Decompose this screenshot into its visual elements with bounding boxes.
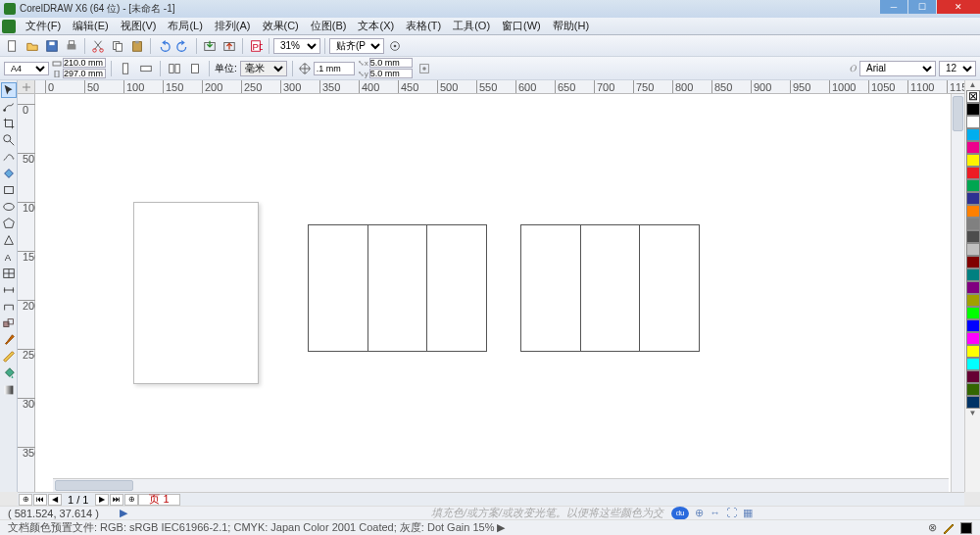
color-swatch[interactable] [966, 243, 980, 256]
all-pages-button[interactable] [166, 60, 183, 77]
dock-icon-1[interactable]: ⊕ [695, 507, 704, 519]
dimension-tool[interactable] [1, 282, 17, 298]
page-tab[interactable]: 页 1 [138, 494, 179, 506]
basic-shapes-tool[interactable] [1, 232, 17, 248]
nudge-input[interactable] [314, 62, 355, 75]
options-icon[interactable] [416, 60, 433, 77]
orientation-landscape-button[interactable] [137, 60, 155, 77]
redo-button[interactable] [174, 37, 192, 55]
canvas-area[interactable]: 0501001502002503003504004505005506006507… [18, 80, 964, 492]
ruler-origin[interactable] [18, 80, 35, 94]
table-object-2[interactable] [520, 224, 700, 352]
dup-y-input[interactable] [369, 69, 413, 78]
menu-text[interactable]: 文本(X) [352, 19, 400, 33]
ruler-horizontal[interactable]: 0501001502002503003504004505005506006507… [35, 80, 964, 94]
snap-dropdown[interactable]: 贴齐(P) [329, 38, 384, 54]
h-scroll-thumb[interactable] [55, 480, 133, 491]
fill-tool[interactable] [1, 365, 17, 381]
rectangle-tool[interactable] [1, 182, 17, 198]
menu-effects[interactable]: 效果(C) [257, 19, 305, 33]
color-swatch[interactable] [966, 370, 980, 383]
options-button[interactable] [386, 37, 404, 55]
ellipse-tool[interactable] [1, 199, 17, 215]
fill-indicator[interactable] [960, 522, 972, 534]
export-button[interactable] [220, 37, 238, 55]
smart-fill-tool[interactable] [1, 166, 17, 181]
cut-button[interactable] [89, 37, 107, 55]
horizontal-scrollbar[interactable] [53, 478, 949, 492]
unit-select[interactable]: 毫米 [240, 61, 287, 76]
freehand-tool[interactable] [1, 149, 17, 165]
drawing-page[interactable] [133, 202, 259, 384]
font-size-select[interactable]: 12 pt [939, 61, 976, 76]
table-1-cell-3[interactable] [427, 225, 486, 351]
table-tool[interactable] [1, 266, 17, 281]
first-page-button[interactable]: ⏮ [33, 494, 47, 506]
color-swatch[interactable] [966, 128, 980, 141]
orientation-portrait-button[interactable] [117, 60, 134, 77]
text-tool[interactable]: A [1, 249, 17, 265]
last-page-button[interactable]: ⏭ [110, 494, 123, 506]
add-page-button[interactable]: ⊕ [19, 494, 32, 506]
no-fill-icon[interactable]: ⊗ [928, 521, 937, 534]
menu-help[interactable]: 帮助(H) [547, 19, 595, 33]
vertical-scrollbar[interactable] [951, 94, 964, 492]
menu-bitmap[interactable]: 位图(B) [305, 19, 353, 33]
print-button[interactable] [63, 37, 80, 55]
color-swatch[interactable] [966, 268, 980, 281]
v-scroll-thumb[interactable] [953, 96, 963, 131]
nav-forward-icon[interactable]: ▶ [120, 507, 127, 519]
baidu-icon[interactable]: du [671, 507, 689, 520]
interactive-fill-tool[interactable] [1, 382, 17, 398]
save-button[interactable] [43, 37, 61, 55]
connector-tool[interactable] [1, 299, 17, 315]
maximize-button[interactable]: ☐ [908, 0, 936, 14]
table-1-cell-2[interactable] [368, 225, 428, 351]
menu-table[interactable]: 表格(T) [400, 19, 447, 33]
paste-button[interactable] [128, 37, 146, 55]
prev-page-button[interactable]: ◀ [48, 494, 62, 506]
dock-icon-2[interactable]: ↔ [710, 507, 720, 519]
current-page-button[interactable] [186, 60, 204, 77]
color-swatch[interactable] [966, 103, 980, 116]
color-swatch[interactable] [966, 154, 980, 167]
color-swatch[interactable] [966, 230, 980, 243]
font-select[interactable]: Arial [859, 61, 936, 76]
color-swatch[interactable] [966, 281, 980, 294]
new-button[interactable] [4, 37, 22, 55]
zoom-tool[interactable] [1, 132, 17, 148]
menu-view[interactable]: 视图(V) [115, 19, 163, 33]
import-button[interactable] [201, 37, 219, 55]
color-swatch[interactable] [966, 192, 980, 205]
color-swatch[interactable] [966, 294, 980, 307]
menu-tools[interactable]: 工具(O) [447, 19, 496, 33]
outline-tool[interactable] [1, 349, 17, 365]
zoom-level[interactable]: 31% [273, 38, 320, 54]
publish-pdf-button[interactable]: PDF [247, 37, 265, 55]
add-page-after-button[interactable]: ⊕ [124, 494, 138, 506]
no-fill-swatch[interactable]: ⊠ [966, 90, 980, 103]
table-2-cell-3[interactable] [640, 225, 699, 351]
color-swatch[interactable] [966, 256, 980, 268]
dock-icon-4[interactable]: ▦ [743, 507, 753, 519]
color-swatch[interactable] [966, 332, 980, 345]
undo-button[interactable] [155, 37, 172, 55]
open-button[interactable] [24, 37, 41, 55]
menu-layout[interactable]: 布局(L) [162, 19, 208, 33]
dup-x-input[interactable] [369, 58, 413, 68]
color-swatch[interactable] [966, 345, 980, 358]
page-width-input[interactable] [63, 58, 106, 68]
page-height-input[interactable] [63, 69, 106, 78]
next-page-button[interactable]: ▶ [95, 494, 109, 506]
table-1-cell-1[interactable] [309, 225, 368, 351]
color-swatch[interactable] [966, 319, 980, 332]
menu-arrange[interactable]: 排列(A) [209, 19, 257, 33]
interactive-tool[interactable] [1, 316, 17, 331]
color-swatch[interactable] [966, 141, 980, 154]
table-object-1[interactable] [308, 224, 487, 352]
color-swatch[interactable] [966, 205, 980, 218]
close-button[interactable]: ✕ [937, 0, 980, 14]
menu-window[interactable]: 窗口(W) [496, 19, 547, 33]
color-swatch[interactable] [966, 307, 980, 319]
crop-tool[interactable] [1, 116, 17, 131]
